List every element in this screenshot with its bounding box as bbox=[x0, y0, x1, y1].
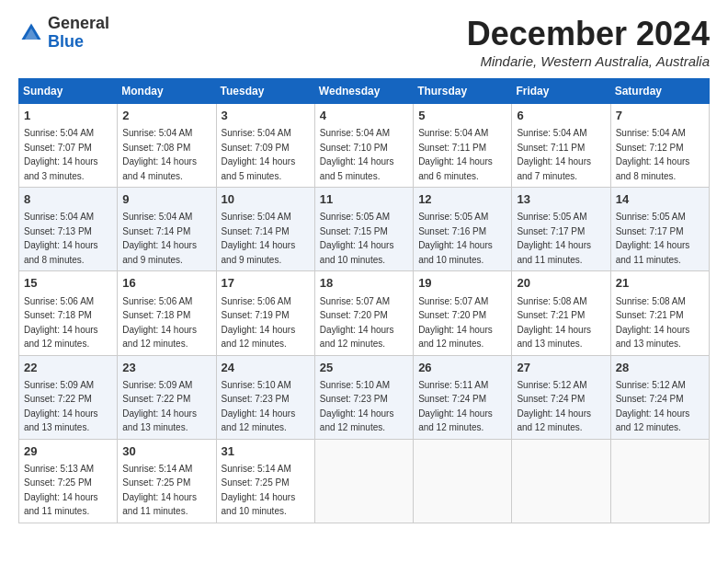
calendar-week-row: 22 Sunrise: 5:09 AMSunset: 7:22 PMDaylig… bbox=[19, 355, 710, 439]
day-info: Sunrise: 5:04 AMSunset: 7:11 PMDaylight:… bbox=[418, 128, 493, 181]
weekday-header-thursday: Thursday bbox=[414, 79, 512, 104]
day-number: 19 bbox=[418, 275, 506, 292]
calendar-cell: 3 Sunrise: 5:04 AMSunset: 7:09 PMDayligh… bbox=[216, 104, 314, 188]
calendar-cell: 4 Sunrise: 5:04 AMSunset: 7:10 PMDayligh… bbox=[314, 104, 413, 188]
day-info: Sunrise: 5:04 AMSunset: 7:12 PMDaylight:… bbox=[616, 128, 690, 181]
day-number: 2 bbox=[122, 108, 210, 124]
day-info: Sunrise: 5:05 AMSunset: 7:15 PMDaylight:… bbox=[320, 212, 394, 265]
day-number: 6 bbox=[517, 108, 605, 124]
calendar-cell: 14 Sunrise: 5:05 AMSunset: 7:17 PMDaylig… bbox=[610, 188, 709, 271]
day-info: Sunrise: 5:07 AMSunset: 7:20 PMDaylight:… bbox=[418, 296, 493, 350]
weekday-header-tuesday: Tuesday bbox=[216, 79, 314, 104]
calendar-cell: 20 Sunrise: 5:08 AMSunset: 7:21 PMDaylig… bbox=[512, 271, 610, 355]
calendar-cell: 5 Sunrise: 5:04 AMSunset: 7:11 PMDayligh… bbox=[414, 104, 512, 188]
day-number: 21 bbox=[616, 275, 704, 292]
day-number: 18 bbox=[320, 275, 408, 292]
day-number: 3 bbox=[222, 108, 310, 124]
location: Mindarie, Western Australia, Australia bbox=[467, 53, 710, 69]
weekday-header-saturday: Saturday bbox=[610, 79, 709, 104]
day-info: Sunrise: 5:05 AMSunset: 7:17 PMDaylight:… bbox=[616, 212, 690, 265]
calendar-table: SundayMondayTuesdayWednesdayThursdayFrid… bbox=[18, 78, 710, 523]
calendar-cell: 2 Sunrise: 5:04 AMSunset: 7:08 PMDayligh… bbox=[118, 104, 216, 188]
calendar-cell: 26 Sunrise: 5:11 AMSunset: 7:24 PMDaylig… bbox=[414, 355, 512, 439]
day-number: 31 bbox=[222, 443, 310, 460]
weekday-header-row: SundayMondayTuesdayWednesdayThursdayFrid… bbox=[19, 79, 710, 104]
day-info: Sunrise: 5:12 AMSunset: 7:24 PMDaylight:… bbox=[616, 380, 690, 433]
weekday-header-friday: Friday bbox=[512, 79, 610, 104]
day-info: Sunrise: 5:04 AMSunset: 7:08 PMDaylight:… bbox=[122, 128, 197, 181]
weekday-header-sunday: Sunday bbox=[19, 79, 118, 104]
calendar-cell: 8 Sunrise: 5:04 AMSunset: 7:13 PMDayligh… bbox=[19, 188, 118, 271]
logo-blue: Blue bbox=[48, 32, 84, 51]
logo-text: General Blue bbox=[48, 15, 109, 52]
day-info: Sunrise: 5:10 AMSunset: 7:23 PMDaylight:… bbox=[320, 380, 394, 433]
day-info: Sunrise: 5:06 AMSunset: 7:18 PMDaylight:… bbox=[24, 296, 98, 350]
calendar-cell: 9 Sunrise: 5:04 AMSunset: 7:14 PMDayligh… bbox=[118, 188, 216, 271]
day-info: Sunrise: 5:04 AMSunset: 7:09 PMDaylight:… bbox=[222, 128, 296, 181]
day-number: 22 bbox=[24, 360, 112, 376]
day-number: 7 bbox=[616, 108, 704, 124]
calendar-week-row: 1 Sunrise: 5:04 AMSunset: 7:07 PMDayligh… bbox=[19, 104, 710, 188]
day-info: Sunrise: 5:05 AMSunset: 7:17 PMDaylight:… bbox=[517, 212, 591, 265]
day-number: 28 bbox=[616, 360, 704, 376]
day-info: Sunrise: 5:05 AMSunset: 7:16 PMDaylight:… bbox=[418, 212, 493, 265]
calendar-cell bbox=[314, 439, 413, 523]
day-number: 27 bbox=[517, 360, 605, 376]
day-info: Sunrise: 5:14 AMSunset: 7:25 PMDaylight:… bbox=[222, 464, 296, 517]
calendar-cell: 21 Sunrise: 5:08 AMSunset: 7:21 PMDaylig… bbox=[610, 271, 709, 355]
calendar-cell: 10 Sunrise: 5:04 AMSunset: 7:14 PMDaylig… bbox=[216, 188, 314, 271]
day-info: Sunrise: 5:07 AMSunset: 7:20 PMDaylight:… bbox=[320, 296, 394, 350]
calendar-cell: 25 Sunrise: 5:10 AMSunset: 7:23 PMDaylig… bbox=[314, 355, 413, 439]
calendar-cell: 13 Sunrise: 5:05 AMSunset: 7:17 PMDaylig… bbox=[512, 188, 610, 271]
calendar-cell: 23 Sunrise: 5:09 AMSunset: 7:22 PMDaylig… bbox=[118, 355, 216, 439]
day-number: 29 bbox=[24, 443, 112, 460]
calendar-cell: 16 Sunrise: 5:06 AMSunset: 7:18 PMDaylig… bbox=[118, 271, 216, 355]
calendar-cell: 15 Sunrise: 5:06 AMSunset: 7:18 PMDaylig… bbox=[19, 271, 118, 355]
title-block: December 2024 Mindarie, Western Australi… bbox=[467, 15, 710, 69]
day-info: Sunrise: 5:06 AMSunset: 7:18 PMDaylight:… bbox=[122, 296, 197, 350]
day-info: Sunrise: 5:08 AMSunset: 7:21 PMDaylight:… bbox=[616, 296, 690, 350]
calendar-week-row: 15 Sunrise: 5:06 AMSunset: 7:18 PMDaylig… bbox=[19, 271, 710, 355]
calendar-cell: 27 Sunrise: 5:12 AMSunset: 7:24 PMDaylig… bbox=[512, 355, 610, 439]
calendar-cell: 1 Sunrise: 5:04 AMSunset: 7:07 PMDayligh… bbox=[19, 104, 118, 188]
day-info: Sunrise: 5:04 AMSunset: 7:13 PMDaylight:… bbox=[24, 212, 98, 265]
day-info: Sunrise: 5:10 AMSunset: 7:23 PMDaylight:… bbox=[222, 380, 296, 433]
day-number: 12 bbox=[418, 191, 506, 208]
day-info: Sunrise: 5:14 AMSunset: 7:25 PMDaylight:… bbox=[122, 464, 197, 517]
day-number: 25 bbox=[320, 360, 408, 376]
calendar-cell: 17 Sunrise: 5:06 AMSunset: 7:19 PMDaylig… bbox=[216, 271, 314, 355]
day-number: 1 bbox=[24, 108, 112, 124]
day-number: 11 bbox=[320, 191, 408, 208]
day-info: Sunrise: 5:09 AMSunset: 7:22 PMDaylight:… bbox=[24, 380, 98, 433]
calendar-cell: 18 Sunrise: 5:07 AMSunset: 7:20 PMDaylig… bbox=[314, 271, 413, 355]
calendar-cell: 28 Sunrise: 5:12 AMSunset: 7:24 PMDaylig… bbox=[610, 355, 709, 439]
calendar-week-row: 8 Sunrise: 5:04 AMSunset: 7:13 PMDayligh… bbox=[19, 188, 710, 271]
day-number: 23 bbox=[122, 360, 210, 376]
calendar-cell: 24 Sunrise: 5:10 AMSunset: 7:23 PMDaylig… bbox=[216, 355, 314, 439]
day-info: Sunrise: 5:11 AMSunset: 7:24 PMDaylight:… bbox=[418, 380, 493, 433]
day-info: Sunrise: 5:04 AMSunset: 7:14 PMDaylight:… bbox=[122, 212, 197, 265]
day-number: 15 bbox=[24, 275, 112, 292]
weekday-header-monday: Monday bbox=[118, 79, 216, 104]
calendar-cell bbox=[512, 439, 610, 523]
day-info: Sunrise: 5:04 AMSunset: 7:07 PMDaylight:… bbox=[24, 128, 98, 181]
day-number: 10 bbox=[222, 191, 310, 208]
calendar-cell: 7 Sunrise: 5:04 AMSunset: 7:12 PMDayligh… bbox=[610, 104, 709, 188]
calendar-cell: 22 Sunrise: 5:09 AMSunset: 7:22 PMDaylig… bbox=[19, 355, 118, 439]
calendar-cell: 6 Sunrise: 5:04 AMSunset: 7:11 PMDayligh… bbox=[512, 104, 610, 188]
day-info: Sunrise: 5:04 AMSunset: 7:10 PMDaylight:… bbox=[320, 128, 394, 181]
day-info: Sunrise: 5:09 AMSunset: 7:22 PMDaylight:… bbox=[122, 380, 197, 433]
page-header: General Blue December 2024 Mindarie, Wes… bbox=[18, 15, 710, 69]
month-title: December 2024 bbox=[467, 15, 710, 53]
day-number: 20 bbox=[517, 275, 605, 292]
day-number: 17 bbox=[222, 275, 310, 292]
day-number: 30 bbox=[122, 443, 210, 460]
calendar-week-row: 29 Sunrise: 5:13 AMSunset: 7:25 PMDaylig… bbox=[19, 439, 710, 523]
day-info: Sunrise: 5:04 AMSunset: 7:14 PMDaylight:… bbox=[222, 212, 296, 265]
day-info: Sunrise: 5:12 AMSunset: 7:24 PMDaylight:… bbox=[517, 380, 591, 433]
calendar-cell: 31 Sunrise: 5:14 AMSunset: 7:25 PMDaylig… bbox=[216, 439, 314, 523]
calendar-cell: 19 Sunrise: 5:07 AMSunset: 7:20 PMDaylig… bbox=[414, 271, 512, 355]
day-number: 5 bbox=[418, 108, 506, 124]
day-info: Sunrise: 5:08 AMSunset: 7:21 PMDaylight:… bbox=[517, 296, 591, 350]
day-number: 9 bbox=[122, 191, 210, 208]
